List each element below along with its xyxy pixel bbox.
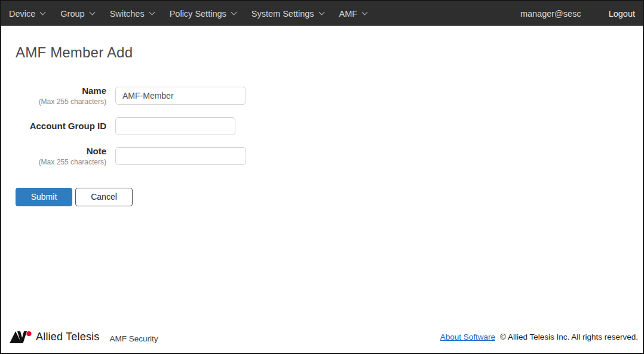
nav-item-amf[interactable]: AMF xyxy=(339,9,367,19)
nav-item-switches[interactable]: Switches xyxy=(110,9,154,19)
chevron-down-icon xyxy=(149,10,155,16)
allied-telesis-logo-icon xyxy=(10,331,32,343)
nav-item-system-settings[interactable]: System Settings xyxy=(252,9,324,19)
account-group-id-input[interactable] xyxy=(115,117,235,135)
chevron-down-icon xyxy=(362,10,368,16)
note-field-row: Note (Max 255 characters) xyxy=(16,147,628,166)
main-content: AMF Member Add Name (Max 255 characters)… xyxy=(1,26,643,326)
account-group-id-label-block: Account Group ID xyxy=(16,121,106,131)
account-group-id-label: Account Group ID xyxy=(16,121,106,131)
note-input-col xyxy=(115,147,246,165)
chevron-down-icon xyxy=(318,10,324,16)
footer-right-group: About Software © Allied Telesis Inc. All… xyxy=(440,332,638,341)
account-group-id-field-row: Account Group ID xyxy=(16,117,628,135)
account-group-id-input-col xyxy=(115,117,235,135)
brand-block: Allied Telesis AMF Security xyxy=(10,331,158,343)
nav-menu: Device Group Switches Policy Settings Sy… xyxy=(9,9,367,19)
cancel-button[interactable]: Cancel xyxy=(75,188,133,206)
name-field-row: Name (Max 255 characters) xyxy=(16,86,628,106)
brand-name: Allied Telesis xyxy=(36,331,100,343)
name-label-block: Name (Max 255 characters) xyxy=(16,86,106,106)
top-navbar: Device Group Switches Policy Settings Sy… xyxy=(1,1,643,26)
name-label: Name xyxy=(16,86,106,96)
nav-item-label: System Settings xyxy=(252,9,314,19)
name-input[interactable] xyxy=(115,87,246,105)
page-footer: Allied Telesis AMF Security About Softwa… xyxy=(1,326,643,353)
note-input[interactable] xyxy=(115,147,246,165)
logged-in-user: manager@sesc xyxy=(520,9,581,19)
nav-item-label: Switches xyxy=(110,9,145,19)
nav-item-label: Device xyxy=(9,9,35,19)
copyright-text: © Allied Telesis Inc. All rights reserve… xyxy=(500,332,638,341)
nav-item-group[interactable]: Group xyxy=(60,9,94,19)
note-label-block: Note (Max 255 characters) xyxy=(16,147,106,166)
app-window: Device Group Switches Policy Settings Sy… xyxy=(0,0,644,354)
chevron-down-icon xyxy=(89,10,95,16)
note-label: Note xyxy=(16,147,106,156)
form-buttons: Submit Cancel xyxy=(16,188,628,206)
amf-member-add-form: Name (Max 255 characters) Account Group … xyxy=(16,86,628,206)
page-title: AMF Member Add xyxy=(16,44,628,61)
submit-button[interactable]: Submit xyxy=(16,188,72,206)
nav-right-group: manager@sesc Logout xyxy=(520,9,635,19)
name-hint: (Max 255 characters) xyxy=(16,97,106,106)
about-software-link[interactable]: About Software xyxy=(440,332,495,341)
logout-button[interactable]: Logout xyxy=(609,9,635,19)
product-name: AMF Security xyxy=(110,334,158,343)
chevron-down-icon xyxy=(231,10,237,16)
nav-item-policy-settings[interactable]: Policy Settings xyxy=(170,9,236,19)
nav-item-label: AMF xyxy=(339,9,358,19)
name-input-col xyxy=(115,87,246,105)
chevron-down-icon xyxy=(40,10,46,16)
nav-item-label: Group xyxy=(60,9,84,19)
note-hint: (Max 255 characters) xyxy=(16,158,106,166)
nav-item-label: Policy Settings xyxy=(170,9,226,19)
nav-item-device[interactable]: Device xyxy=(9,9,45,19)
